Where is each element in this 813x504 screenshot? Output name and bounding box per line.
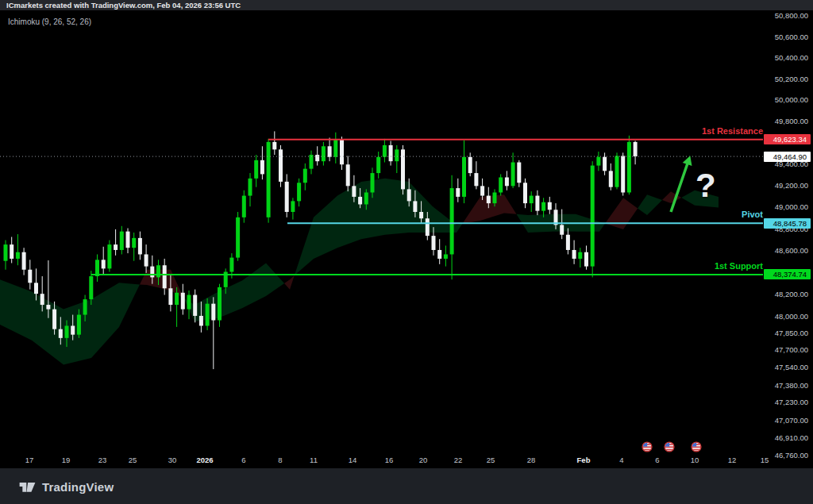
resistance-line-label[interactable]: 1st Resistance <box>702 126 763 136</box>
candle-down <box>279 149 283 182</box>
economic-event-icon[interactable] <box>664 441 674 452</box>
candle-down <box>168 288 172 305</box>
candle-down <box>28 270 32 283</box>
support-price-tag: 48,374.74 <box>764 269 811 279</box>
candle-down <box>199 316 203 326</box>
price-axis[interactable]: 50,800.0050,600.0050,400.0050,200.0050,0… <box>764 10 813 468</box>
candle-up <box>95 260 99 276</box>
time-axis-tick: 20 <box>419 456 428 464</box>
candle-down <box>71 325 75 334</box>
candle-up <box>310 155 314 169</box>
candle-down <box>181 293 185 310</box>
price-axis-tick: 49,200.00 <box>775 181 808 190</box>
candle-down <box>609 171 613 187</box>
price-axis-tick: 49,000.00 <box>775 202 808 211</box>
candle-down <box>260 160 264 175</box>
time-axis-tick: 6 <box>241 456 245 464</box>
watermark-topbar: ICmarkets created with TradingView.com, … <box>0 0 813 10</box>
candle-up <box>4 244 8 261</box>
candle-up <box>371 173 375 192</box>
candle-down <box>621 156 625 192</box>
time-axis-tick: 2026 <box>196 456 213 464</box>
candle-down <box>407 189 411 201</box>
tradingview-chart-window: ICmarkets created with TradingView.com, … <box>0 0 813 504</box>
candle-down <box>285 182 289 212</box>
time-axis-tick: 4 <box>619 456 623 464</box>
question-mark-annotation[interactable]: ? <box>695 169 716 202</box>
candle-up <box>383 145 387 157</box>
ichimoku-cloud-segment <box>480 194 504 221</box>
price-axis-tick: 47,230.00 <box>775 398 808 406</box>
pivot-price-tag: 48,845.78 <box>764 218 811 229</box>
ichimoku-cloud-segment <box>218 281 242 318</box>
price-chart-canvas[interactable] <box>0 0 813 504</box>
candle-up <box>107 244 111 268</box>
time-axis-tick: 11 <box>310 456 318 464</box>
time-axis-tick: 17 <box>25 456 34 464</box>
time-axis-tick: 19 <box>62 456 71 464</box>
candle-down <box>328 146 332 156</box>
candle-down <box>572 250 576 259</box>
candle-up <box>462 157 466 197</box>
candle-up <box>303 169 307 183</box>
price-axis-tick: 47,070.00 <box>775 416 808 425</box>
candle-down <box>413 201 417 212</box>
ichimoku-cloud-segment <box>91 283 119 358</box>
ichimoku-cloud-segment <box>295 217 314 275</box>
candle-up <box>16 252 20 259</box>
price-axis-tick: 48,200.00 <box>775 290 808 298</box>
candle-down <box>432 236 436 250</box>
price-axis-tick: 47,700.00 <box>775 345 808 354</box>
pivot-line-label[interactable]: Pivot <box>742 210 763 219</box>
ichimoku-cloud-segment <box>504 194 516 214</box>
price-axis-tick: 48,600.00 <box>775 246 808 255</box>
candle-up <box>297 183 301 201</box>
candle-up <box>83 299 87 314</box>
candle-up <box>493 192 497 203</box>
ichimoku-cloud-segment <box>119 283 140 327</box>
ichimoku-cloud-segment <box>290 275 295 290</box>
candle-up <box>229 258 233 272</box>
candle-down <box>487 196 491 204</box>
time-axis-tick: Feb <box>577 456 591 464</box>
candle-down <box>548 202 552 210</box>
ichimoku-cloud-segment <box>457 224 462 233</box>
candle-up <box>187 295 191 310</box>
time-axis[interactable]: 171923253020266811141620222528Feb4610121… <box>0 454 764 468</box>
candle-down <box>340 140 344 164</box>
candle-down <box>114 244 118 250</box>
price-axis-tick: 50,600.00 <box>775 33 808 41</box>
candle-down <box>468 157 472 173</box>
price-axis-tick: 50,800.00 <box>775 11 808 20</box>
candle-down <box>52 310 56 329</box>
candle-up <box>615 156 619 187</box>
candle-down <box>584 252 588 267</box>
candle-up <box>156 265 160 277</box>
candle-down <box>603 157 607 171</box>
ichimoku-cloud-segment <box>623 198 638 229</box>
candle-down <box>315 155 319 161</box>
time-axis-tick: 6 <box>655 456 659 464</box>
price-axis-tick: 47,380.00 <box>775 381 808 390</box>
candle-down <box>426 218 430 236</box>
economic-event-icon[interactable] <box>642 441 652 452</box>
candle-up <box>89 276 93 299</box>
ichimoku-cloud-segment <box>385 179 409 235</box>
candle-up <box>333 140 337 157</box>
candle-down <box>144 254 148 266</box>
support-line-label[interactable]: 1st Support <box>715 261 763 271</box>
candle-up <box>291 201 295 212</box>
ichimoku-cloud-segment <box>462 197 480 224</box>
candle-down <box>535 196 539 211</box>
tradingview-watermark[interactable]: TradingView <box>19 480 114 494</box>
economic-event-icon[interactable] <box>691 441 701 452</box>
time-axis-tick: 8 <box>278 456 282 464</box>
candle-up <box>444 254 448 259</box>
candle-up <box>120 232 124 250</box>
candle-down <box>566 235 570 250</box>
candle-up <box>364 192 368 204</box>
time-axis-tick: 23 <box>98 456 107 464</box>
candle-up <box>132 238 136 248</box>
candle-down <box>150 267 154 278</box>
candle-down <box>102 260 106 268</box>
